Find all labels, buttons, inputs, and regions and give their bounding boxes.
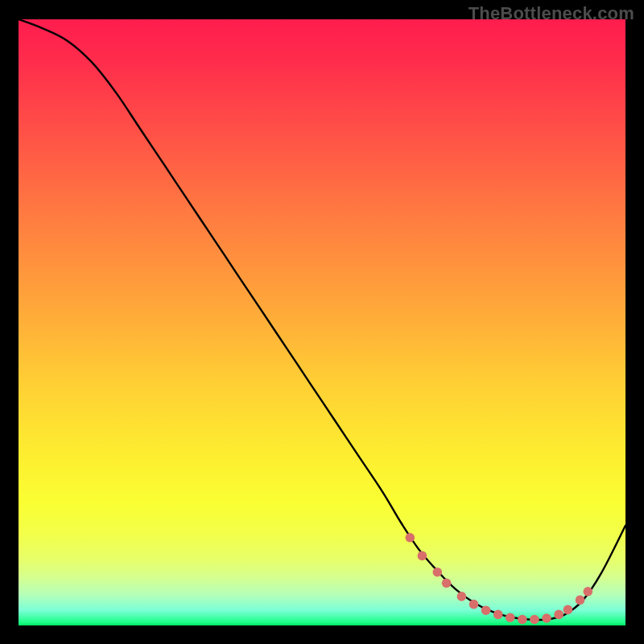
chart-frame: TheBottleneck.com: [0, 0, 644, 644]
highlight-dot: [564, 605, 573, 615]
highlight-dot: [418, 551, 427, 561]
curve-layer: [19, 19, 625, 625]
highlight-dot: [576, 596, 585, 605]
highlight-dot: [469, 600, 479, 609]
plot-area: [19, 19, 625, 625]
highlight-dot: [530, 615, 539, 625]
highlight-dot: [493, 610, 503, 620]
attribution-label: TheBottleneck.com: [469, 3, 634, 24]
highlight-dot: [506, 613, 515, 622]
highlight-dot: [442, 579, 452, 588]
highlight-dot: [554, 610, 564, 620]
highlight-dots: [406, 533, 593, 624]
highlight-dot: [542, 613, 551, 623]
highlight-dot: [584, 587, 593, 597]
bottleneck-curve: [19, 19, 625, 620]
highlight-dot: [406, 533, 415, 543]
plot-outer: [19, 19, 625, 625]
highlight-dot: [481, 605, 491, 615]
highlight-dot: [457, 592, 467, 601]
highlight-dot: [433, 568, 443, 577]
highlight-dot: [518, 615, 527, 625]
